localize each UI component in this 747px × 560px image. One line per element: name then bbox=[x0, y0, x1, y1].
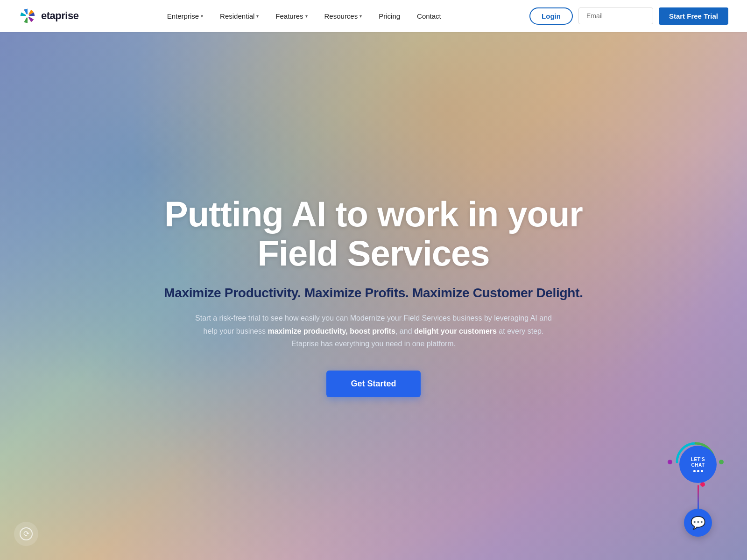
chevron-down-icon: ▾ bbox=[359, 14, 362, 19]
chat-bubble-button[interactable]: 💬 bbox=[684, 509, 712, 537]
login-button[interactable]: Login bbox=[529, 7, 573, 25]
bottom-left-help-button[interactable]: ⟳ bbox=[14, 522, 38, 546]
svg-point-3 bbox=[668, 460, 672, 464]
navbar-center: Enterprise ▾ Residential ▾ Features ▾ Re… bbox=[161, 8, 448, 24]
nav-resources[interactable]: Resources ▾ bbox=[318, 8, 369, 24]
navbar-right: Login Start Free Trial bbox=[529, 7, 728, 25]
dot-2 bbox=[697, 470, 699, 472]
chevron-down-icon: ▾ bbox=[201, 14, 203, 19]
lets-chat-button[interactable]: LET'SCHAT bbox=[679, 446, 717, 483]
nav-contact[interactable]: Contact bbox=[410, 8, 448, 24]
email-field[interactable] bbox=[578, 7, 653, 24]
hero-title: Putting AI to work in your Field Service… bbox=[135, 195, 612, 273]
get-started-button[interactable]: Get Started bbox=[326, 371, 420, 397]
help-icon: ⟳ bbox=[19, 527, 33, 541]
navbar: etaprise Enterprise ▾ Residential ▾ Feat… bbox=[0, 0, 747, 32]
svg-point-0 bbox=[26, 14, 29, 18]
chevron-down-icon: ▾ bbox=[305, 14, 308, 19]
hero-subtitle: Maximize Productivity. Maximize Profits.… bbox=[135, 286, 612, 301]
hero-content: Putting AI to work in your Field Service… bbox=[117, 195, 630, 397]
nav-features[interactable]: Features ▾ bbox=[269, 8, 314, 24]
lets-chat-dots bbox=[693, 470, 703, 472]
dot-3 bbox=[701, 470, 703, 472]
svg-point-2 bbox=[700, 482, 705, 487]
lets-chat-container[interactable]: LET'SCHAT bbox=[668, 434, 728, 495]
hero-description: Start a risk-free trial to see how easil… bbox=[191, 312, 556, 350]
chevron-down-icon: ▾ bbox=[256, 14, 259, 19]
logo[interactable]: etaprise bbox=[19, 7, 78, 25]
nav-residential[interactable]: Residential ▾ bbox=[213, 8, 265, 24]
lets-chat-label: LET'SCHAT bbox=[691, 457, 705, 468]
hero-section: Putting AI to work in your Field Service… bbox=[0, 0, 747, 560]
start-trial-button[interactable]: Start Free Trial bbox=[659, 7, 728, 25]
nav-enterprise[interactable]: Enterprise ▾ bbox=[161, 8, 210, 24]
logo-icon bbox=[19, 7, 36, 25]
svg-text:⟳: ⟳ bbox=[23, 530, 30, 538]
logo-text: etaprise bbox=[41, 10, 78, 22]
chat-widget: LET'SCHAT 💬 bbox=[668, 434, 728, 537]
dot-1 bbox=[693, 470, 696, 472]
svg-point-1 bbox=[719, 460, 724, 464]
chat-icon: 💬 bbox=[691, 516, 705, 530]
navbar-left: etaprise bbox=[19, 7, 78, 25]
nav-pricing[interactable]: Pricing bbox=[372, 8, 407, 24]
